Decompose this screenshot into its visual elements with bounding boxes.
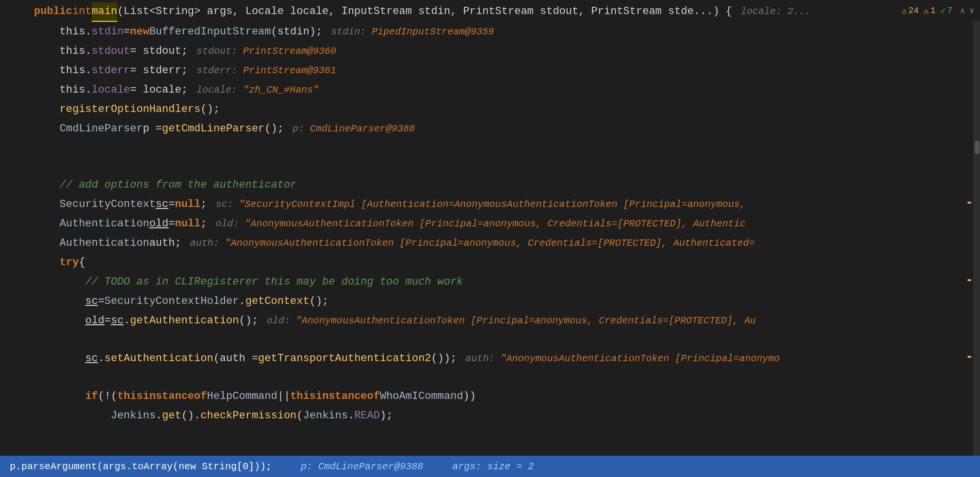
line-content: registerOptionHandlers (); xyxy=(34,100,220,119)
kw-instanceof1: instanceof xyxy=(143,387,207,406)
table-row: Authentication old = null ; old: "Anonym… xyxy=(34,214,980,234)
inline-hint-sc: sc: "SecurityContextImpl [Authentication… xyxy=(215,195,745,214)
hint-sc-value: "SecurityContextImpl [Authentication=Ano… xyxy=(239,199,746,210)
paren2: (auth = xyxy=(213,350,258,368)
blank-line xyxy=(34,331,980,349)
inline-hint-p: p: CmdLineParser@9388 xyxy=(293,120,415,138)
field-stdout: stdout xyxy=(92,42,130,61)
class-authentication: Authentication xyxy=(60,215,149,233)
status-code: p.parseArgument(args.toArray(new String[… xyxy=(10,461,272,472)
kw-new: new xyxy=(130,23,149,41)
line-content: CmdLineParser p = getCmdLineParser (); p… xyxy=(34,120,415,138)
right-warn-todo xyxy=(967,279,971,281)
inline-hint-stdout: stdout: PrintStream@9360 xyxy=(196,42,336,61)
table-row: this. stdout = stdout; stdout: PrintStre… xyxy=(34,42,980,61)
code-lines: public int main (List<String> args, Loca… xyxy=(0,0,980,426)
code: p = xyxy=(143,120,162,138)
code: = stdout; xyxy=(130,42,188,61)
field-stdin: stdin xyxy=(92,23,124,41)
indent xyxy=(34,407,111,425)
indent: this. xyxy=(34,81,92,99)
code: = stderr; xyxy=(130,62,188,80)
kw-this1: this xyxy=(117,387,143,406)
semi2: (); xyxy=(239,312,258,330)
code2: (); xyxy=(264,120,284,138)
const-read: READ xyxy=(354,407,380,425)
field-locale: locale xyxy=(92,81,130,99)
blank-line xyxy=(34,368,980,387)
method-main: main xyxy=(92,2,117,22)
blank-line xyxy=(34,139,980,157)
method-registeroption: registerOptionHandlers xyxy=(60,100,200,119)
hint-auth-value: "AnonymousAuthenticationToken [Principal… xyxy=(225,238,755,249)
chevrons: ∧ ∨ xyxy=(960,6,974,16)
warning-count: 24 xyxy=(908,6,919,16)
code-area: public int main (List<String> args, Loca… xyxy=(0,0,980,477)
line-content: // TODO as in CLIRegisterer this may be … xyxy=(34,273,463,291)
class-jenkins2: Jenkins xyxy=(303,407,348,425)
scrollbar-track[interactable] xyxy=(973,0,980,477)
inline-hint-old2: old: "AnonymousAuthenticationToken [Prin… xyxy=(267,312,756,330)
code: (); xyxy=(200,100,220,119)
table-row: sc = SecurityContextHolder . getContext … xyxy=(34,292,980,311)
dot2: . xyxy=(124,312,130,330)
line-content: public int main (List<String> args, Loca… xyxy=(34,2,811,22)
ok-indicator[interactable]: ✓ 7 xyxy=(940,5,952,16)
var-sc3: sc xyxy=(111,312,123,330)
scrollbar-thumb[interactable] xyxy=(975,141,980,154)
method-checkpermission: checkPermission xyxy=(200,407,296,425)
error-triangle-icon: ⚠ xyxy=(924,5,929,16)
keyword-int: int xyxy=(72,2,92,21)
dot3: . xyxy=(98,350,104,368)
hint-locale-value: "zh_CN_#Hans" xyxy=(243,84,319,95)
or: || xyxy=(278,387,290,406)
method-getauthentication: getAuthentication xyxy=(130,312,239,330)
class-bufferedinputstream: BufferedInputStream xyxy=(149,23,271,41)
indent: this. xyxy=(34,42,92,61)
method-getcontext: getContext xyxy=(245,292,310,311)
method-gettransport: getTransportAuthentication2 xyxy=(258,350,431,368)
line-content: Authentication auth; auth: "AnonymousAut… xyxy=(34,234,755,253)
indent xyxy=(34,292,85,311)
table-row: Jenkins . get (). checkPermission ( Jenk… xyxy=(34,406,980,426)
paren3: ()); xyxy=(431,350,457,368)
table-row: old = sc . getAuthentication (); old: "A… xyxy=(34,311,980,331)
class-securitycontext: SecurityContext xyxy=(60,195,156,214)
line-content: sc = SecurityContextHolder . getContext … xyxy=(34,292,328,311)
inline-hint-auth2: auth: "AnonymousAuthenticationToken [Pri… xyxy=(465,350,780,368)
var-sc2: sc xyxy=(85,292,98,311)
indent xyxy=(34,234,60,253)
close-paren: )) xyxy=(463,387,476,406)
class-helpcommand: HelpCommand xyxy=(207,387,277,406)
kw-try: try xyxy=(60,254,79,272)
hint-stdout-value: PrintStream@9360 xyxy=(243,46,336,57)
indent xyxy=(34,215,60,233)
right-warn-setauth xyxy=(967,356,971,358)
table-row: CmdLineParser p = getCmdLineParser (); p… xyxy=(34,119,980,139)
inline-hint-stdin: stdin: PipedInputStream@9359 xyxy=(331,23,494,41)
code: = xyxy=(124,23,130,41)
line-content: this. stderr = stderr; stderr: PrintStre… xyxy=(34,62,336,80)
semi: ; xyxy=(200,195,207,214)
inline-hint-old: old: "AnonymousAuthenticationToken [Prin… xyxy=(215,215,745,233)
error-indicator[interactable]: ⚠ 1 xyxy=(924,5,936,16)
class-sch: SecurityContextHolder xyxy=(104,292,239,311)
warning-triangle-icon: ⚠ xyxy=(901,5,907,16)
table-row: // TODO as in CLIRegisterer this may be … xyxy=(34,272,980,292)
hint-old2-value: "AnonymousAuthenticationToken [Principal… xyxy=(296,315,756,326)
warning-indicator[interactable]: ⚠ 24 xyxy=(901,5,918,16)
comment-add-options: // add options from the authenticator xyxy=(34,176,296,194)
paren-if: (!( xyxy=(98,387,117,406)
indent xyxy=(34,312,85,330)
method-get: get xyxy=(162,407,181,425)
semi3: ); xyxy=(380,407,392,425)
indent xyxy=(34,120,60,138)
method-getcmdlineparser: getCmdLineParser xyxy=(162,120,264,138)
line-content: this. stdout = stdout; stdout: PrintStre… xyxy=(34,42,336,61)
line-content: try { xyxy=(34,254,85,272)
var-old2: old xyxy=(85,312,105,330)
table-row: this. stderr = stderr; stderr: PrintStre… xyxy=(34,61,980,80)
table-row: SecurityContext sc = null ; sc: "Securit… xyxy=(34,195,980,214)
table-row: sc . setAuthentication (auth = getTransp… xyxy=(34,349,980,368)
indent xyxy=(34,195,60,214)
